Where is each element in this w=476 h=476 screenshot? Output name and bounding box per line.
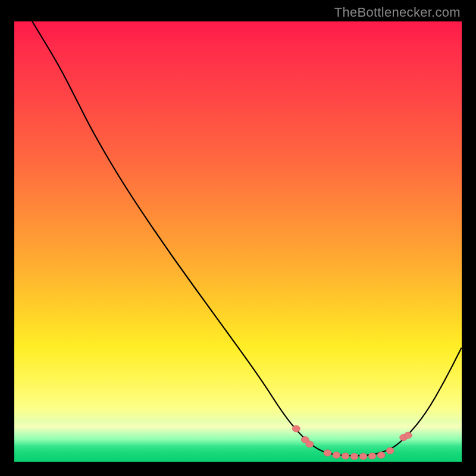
data-marker [333,452,340,458]
data-marker [324,450,331,456]
data-marker [342,453,349,459]
data-marker [368,453,376,459]
data-marker [350,453,358,460]
chart-frame: TheBottlenecker.com [0,0,476,476]
data-marker [377,452,385,458]
data-marker [292,425,300,432]
plot-area [14,21,462,462]
chart-overlay [14,21,462,462]
data-markers [292,425,412,460]
data-marker [386,447,394,454]
data-marker [359,453,367,460]
attribution-text: TheBottlenecker.com [334,5,461,20]
data-marker [404,432,412,439]
bottleneck-curve [32,21,462,456]
data-marker [306,441,314,447]
